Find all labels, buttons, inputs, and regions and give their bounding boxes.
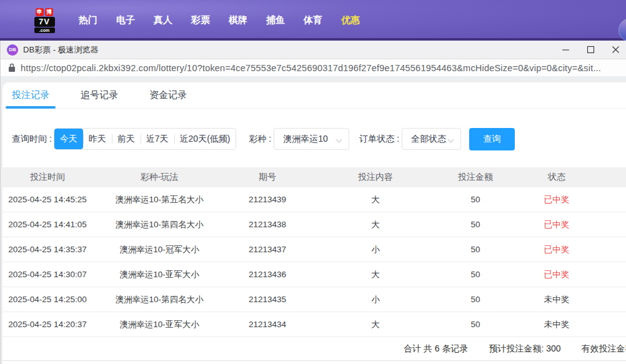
table-header: 投注时间彩种-玩法期号投注内容投注金额状态 bbox=[2, 167, 626, 187]
cell-amount: 50 bbox=[442, 320, 509, 329]
cell-time: 2025-04-25 14:35:37 bbox=[2, 245, 92, 254]
chevron-down-icon bbox=[448, 137, 454, 143]
cell-amount: 50 bbox=[442, 270, 509, 279]
cell-issue: 21213437 bbox=[226, 245, 309, 254]
cell-time: 2025-04-25 14:45:25 bbox=[2, 195, 92, 204]
cell-game: 澳洲幸运10-第五名大小 bbox=[92, 194, 226, 205]
cell-time: 2025-04-25 14:30:07 bbox=[2, 270, 92, 279]
cell-status: 已中奖 bbox=[509, 194, 605, 205]
time-range-group: 今天昨天前天近7天近20天(低频) bbox=[54, 128, 237, 150]
time-filter-label: 查询时间 : bbox=[12, 134, 52, 145]
footer-summary-1: 合计 共 6 条记录 bbox=[404, 343, 468, 355]
column-header-5: 投注金额 bbox=[442, 172, 509, 183]
nav-item-sports[interactable]: 体育 bbox=[294, 14, 332, 26]
window-titlebar: DB DB彩票 - 极速浏览器 bbox=[0, 41, 626, 59]
nav-item-live[interactable]: 真人 bbox=[144, 14, 182, 26]
cell-game: 澳洲幸运10-冠军大小 bbox=[92, 244, 226, 255]
address-bar[interactable]: https://ctop02pcali.2kbxi392.com/lottery… bbox=[0, 59, 626, 76]
cell-status: 未中奖 bbox=[509, 294, 605, 305]
cell-content: 小 bbox=[309, 294, 442, 305]
tab-bet-records[interactable]: 投注记录 bbox=[12, 82, 49, 108]
records-card: 投注记录追号记录资金记录 查询时间 : 今天昨天前天近7天近20天(低频) 彩种… bbox=[2, 82, 626, 364]
cell-issue: 21213438 bbox=[226, 220, 309, 229]
footer-summary-2: 预计投注金额: 300 bbox=[489, 343, 560, 355]
table-row: 2025-04-25 14:25:00澳洲幸运10-第四名大小21213435小… bbox=[2, 287, 626, 312]
page-content: 投注记录追号记录资金记录 查询时间 : 今天昨天前天近7天近20天(低频) 彩种… bbox=[0, 76, 626, 364]
tab-fund-records[interactable]: 资金记录 bbox=[149, 82, 187, 108]
maximize-button[interactable] bbox=[578, 41, 603, 59]
close-button[interactable] bbox=[603, 41, 626, 59]
status-filter-label: 订单状态 : bbox=[359, 134, 399, 145]
cell-game: 澳洲幸运10-亚军大小 bbox=[92, 269, 226, 280]
cell-issue: 21213439 bbox=[226, 195, 309, 204]
site-logo[interactable]: 申 博 7V .com bbox=[33, 8, 56, 33]
record-tabs: 投注记录追号记录资金记录 bbox=[2, 82, 626, 109]
cell-game: 澳洲幸运10-第四名大小 bbox=[92, 219, 226, 230]
main-nav: 热门电子真人彩票棋牌捕鱼体育优惠 bbox=[69, 14, 369, 26]
filter-bar: 查询时间 : 今天昨天前天近7天近20天(低频) 彩种 : 澳洲幸运10 订单状… bbox=[12, 128, 626, 150]
url-text: https://ctop02pcali.2kbxi392.com/lottery… bbox=[21, 63, 601, 73]
status-select[interactable]: 全部状态 bbox=[402, 128, 461, 150]
lock-icon bbox=[8, 63, 16, 72]
column-header-6: 状态 bbox=[509, 172, 605, 183]
cell-issue: 21213436 bbox=[226, 270, 309, 279]
time-option-last-7-days[interactable]: 近7天 bbox=[141, 129, 174, 149]
table-footer: 合计 共 6 条记录预计投注金额: 300有效投注金额: 300 bbox=[2, 337, 626, 361]
table-body: 2025-04-25 14:45:25澳洲幸运10-第五名大小21213439大… bbox=[2, 187, 626, 337]
nav-item-lottery[interactable]: 彩票 bbox=[182, 14, 219, 26]
cell-time: 2025-04-25 14:20:37 bbox=[2, 320, 92, 329]
logo-text: 7V bbox=[34, 17, 55, 27]
table-row: 2025-04-25 14:45:25澳洲幸运10-第五名大小21213439大… bbox=[2, 187, 626, 212]
cell-content: 大 bbox=[309, 219, 442, 230]
cell-content: 大 bbox=[309, 194, 442, 205]
top-banner: 申 博 7V .com 热门电子真人彩票棋牌捕鱼体育优惠 bbox=[0, 0, 626, 41]
column-header-4: 投注内容 bbox=[309, 172, 442, 183]
cell-amount: 50 bbox=[442, 220, 509, 229]
bet-records-table: 投注时间彩种-玩法期号投注内容投注金额状态 2025-04-25 14:45:2… bbox=[2, 167, 626, 361]
footer-summary-3: 有效投注金额: 300 bbox=[582, 343, 626, 355]
time-option-today[interactable]: 今天 bbox=[54, 129, 83, 149]
tab-chase-records[interactable]: 追号记录 bbox=[81, 82, 118, 108]
logo-badge-2: 博 bbox=[45, 8, 53, 16]
cell-status: 已中奖 bbox=[509, 244, 605, 255]
time-option-yesterday[interactable]: 昨天 bbox=[83, 129, 112, 149]
window-controls bbox=[553, 41, 626, 59]
cell-amount: 50 bbox=[442, 195, 509, 204]
table-row: 2025-04-25 14:20:37澳洲幸运10-亚军大小21213434大5… bbox=[2, 312, 626, 337]
cell-game: 澳洲幸运10-亚军大小 bbox=[92, 319, 226, 330]
cell-status: 已中奖 bbox=[509, 219, 605, 230]
status-select-value: 全部状态 bbox=[411, 134, 446, 145]
lottery-select[interactable]: 澳洲幸运10 bbox=[274, 128, 349, 150]
table-row: 2025-04-25 14:35:37澳洲幸运10-冠军大小21213437小5… bbox=[2, 237, 626, 262]
nav-item-board-games[interactable]: 棋牌 bbox=[219, 14, 257, 26]
cell-status: 已中奖 bbox=[509, 269, 605, 280]
time-option-day-before[interactable]: 前天 bbox=[112, 129, 141, 149]
browser-app-icon: DB bbox=[7, 44, 18, 56]
cell-amount: 50 bbox=[442, 245, 509, 254]
column-header-2: 彩种-玩法 bbox=[92, 172, 226, 183]
minimize-icon bbox=[562, 46, 570, 54]
time-option-last-20-days[interactable]: 近20天(低频) bbox=[174, 129, 236, 149]
close-icon bbox=[612, 46, 620, 54]
cell-time: 2025-04-25 14:41:05 bbox=[2, 220, 92, 229]
cell-content: 大 bbox=[309, 269, 442, 280]
cell-game: 澳洲幸运10-第四名大小 bbox=[92, 294, 226, 305]
nav-item-fishing[interactable]: 捕鱼 bbox=[257, 14, 294, 26]
lottery-filter-label: 彩种 : bbox=[249, 134, 271, 145]
cell-amount: 50 bbox=[442, 295, 509, 304]
logo-domain: .com bbox=[34, 27, 55, 33]
window-title: DB彩票 - 极速浏览器 bbox=[23, 44, 99, 56]
nav-item-promotions[interactable]: 优惠 bbox=[332, 14, 369, 26]
search-button[interactable]: 查询 bbox=[469, 128, 515, 150]
lottery-select-value: 澳洲幸运10 bbox=[283, 134, 328, 145]
table-row: 2025-04-25 14:41:05澳洲幸运10-第四名大小21213438大… bbox=[2, 212, 626, 237]
nav-item-hot[interactable]: 热门 bbox=[69, 14, 107, 26]
cell-time: 2025-04-25 14:25:00 bbox=[2, 295, 92, 304]
cell-content: 小 bbox=[309, 244, 442, 255]
nav-item-slots[interactable]: 电子 bbox=[107, 14, 144, 26]
maximize-icon bbox=[587, 46, 595, 54]
cell-issue: 21213435 bbox=[226, 295, 309, 304]
chevron-down-icon bbox=[336, 137, 342, 143]
column-header-3: 期号 bbox=[226, 172, 309, 183]
minimize-button[interactable] bbox=[553, 41, 578, 59]
